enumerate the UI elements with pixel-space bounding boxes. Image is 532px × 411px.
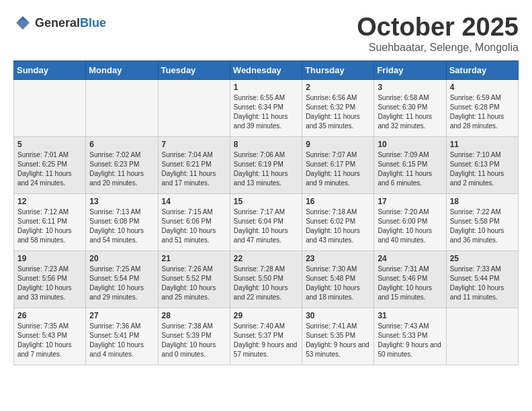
day-number: 1 (234, 83, 298, 92)
day-info: Sunrise: 7:28 AM Sunset: 5:50 PM Dayligh… (234, 265, 298, 302)
calendar-cell: 17Sunrise: 7:20 AM Sunset: 6:00 PM Dayli… (374, 193, 446, 250)
day-info: Sunrise: 7:41 AM Sunset: 5:35 PM Dayligh… (306, 322, 370, 359)
calendar-cell: 9Sunrise: 7:07 AM Sunset: 6:17 PM Daylig… (302, 136, 374, 193)
day-number: 15 (234, 197, 298, 206)
day-number: 29 (234, 311, 298, 320)
day-number: 16 (306, 197, 370, 206)
logo-text-general: General (35, 16, 80, 30)
day-info: Sunrise: 7:13 AM Sunset: 6:08 PM Dayligh… (89, 208, 154, 245)
week-row-4: 19Sunrise: 7:23 AM Sunset: 5:56 PM Dayli… (14, 250, 519, 308)
day-number: 13 (89, 197, 154, 206)
day-number: 8 (234, 140, 298, 149)
day-info: Sunrise: 7:30 AM Sunset: 5:48 PM Dayligh… (306, 265, 370, 302)
calendar-cell: 3Sunrise: 6:58 AM Sunset: 6:30 PM Daylig… (374, 79, 446, 136)
calendar-cell: 24Sunrise: 7:31 AM Sunset: 5:46 PM Dayli… (374, 250, 446, 308)
day-number: 12 (17, 197, 82, 206)
day-info: Sunrise: 7:36 AM Sunset: 5:41 PM Dayligh… (89, 322, 154, 359)
day-info: Sunrise: 6:58 AM Sunset: 6:30 PM Dayligh… (378, 93, 442, 131)
calendar-cell: 18Sunrise: 7:22 AM Sunset: 5:58 PM Dayli… (446, 193, 518, 250)
week-row-2: 5Sunrise: 7:01 AM Sunset: 6:25 PM Daylig… (14, 136, 519, 193)
calendar-cell: 13Sunrise: 7:13 AM Sunset: 6:08 PM Dayli… (86, 193, 158, 250)
day-info: Sunrise: 7:17 AM Sunset: 6:04 PM Dayligh… (234, 208, 298, 245)
calendar-cell: 1Sunrise: 6:55 AM Sunset: 6:34 PM Daylig… (230, 79, 302, 136)
calendar-cell: 8Sunrise: 7:06 AM Sunset: 6:19 PM Daylig… (230, 136, 302, 193)
day-number: 20 (89, 254, 154, 263)
day-number: 5 (17, 140, 82, 149)
day-info: Sunrise: 7:09 AM Sunset: 6:15 PM Dayligh… (378, 150, 442, 188)
day-info: Sunrise: 7:15 AM Sunset: 6:06 PM Dayligh… (162, 208, 226, 245)
day-number: 22 (234, 254, 298, 263)
calendar-cell: 16Sunrise: 7:18 AM Sunset: 6:02 PM Dayli… (302, 193, 374, 250)
header-cell-monday: Monday (86, 60, 158, 79)
header-row: SundayMondayTuesdayWednesdayThursdayFrid… (14, 60, 519, 79)
calendar-table: SundayMondayTuesdayWednesdayThursdayFrid… (13, 60, 519, 365)
title-block: October 2025 Suehbaatar, Selenge, Mongol… (357, 13, 519, 54)
day-info: Sunrise: 7:43 AM Sunset: 5:33 PM Dayligh… (378, 322, 442, 359)
day-info: Sunrise: 7:02 AM Sunset: 6:23 PM Dayligh… (89, 150, 154, 188)
page-header: GeneralBlue October 2025 Suehbaatar, Sel… (13, 13, 519, 54)
calendar-cell: 28Sunrise: 7:38 AM Sunset: 5:39 PM Dayli… (158, 308, 230, 365)
calendar-cell: 5Sunrise: 7:01 AM Sunset: 6:25 PM Daylig… (14, 136, 86, 193)
calendar-header: SundayMondayTuesdayWednesdayThursdayFrid… (14, 60, 519, 79)
calendar-cell: 7Sunrise: 7:04 AM Sunset: 6:21 PM Daylig… (158, 136, 230, 193)
day-number: 7 (162, 140, 226, 149)
day-number: 26 (17, 311, 82, 320)
day-info: Sunrise: 7:10 AM Sunset: 6:13 PM Dayligh… (450, 150, 515, 188)
day-info: Sunrise: 7:12 AM Sunset: 6:11 PM Dayligh… (17, 208, 82, 245)
month-title: October 2025 (357, 13, 519, 42)
logo-text-blue: Blue (80, 16, 106, 30)
calendar-cell (158, 79, 230, 136)
header-cell-saturday: Saturday (446, 60, 518, 79)
day-number: 9 (306, 140, 370, 149)
day-number: 3 (378, 83, 442, 92)
calendar-cell: 25Sunrise: 7:33 AM Sunset: 5:44 PM Dayli… (446, 250, 518, 308)
header-cell-friday: Friday (374, 60, 446, 79)
day-number: 6 (89, 140, 154, 149)
day-info: Sunrise: 7:38 AM Sunset: 5:39 PM Dayligh… (162, 322, 226, 359)
header-cell-tuesday: Tuesday (158, 60, 230, 79)
day-number: 19 (17, 254, 82, 263)
day-info: Sunrise: 7:18 AM Sunset: 6:02 PM Dayligh… (306, 208, 370, 245)
day-info: Sunrise: 7:07 AM Sunset: 6:17 PM Dayligh… (306, 150, 370, 188)
calendar-cell: 21Sunrise: 7:26 AM Sunset: 5:52 PM Dayli… (158, 250, 230, 308)
calendar-cell: 22Sunrise: 7:28 AM Sunset: 5:50 PM Dayli… (230, 250, 302, 308)
day-number: 4 (450, 83, 515, 92)
location-title: Suehbaatar, Selenge, Mongolia (357, 42, 519, 54)
calendar-cell: 10Sunrise: 7:09 AM Sunset: 6:15 PM Dayli… (374, 136, 446, 193)
calendar-cell: 15Sunrise: 7:17 AM Sunset: 6:04 PM Dayli… (230, 193, 302, 250)
day-info: Sunrise: 7:23 AM Sunset: 5:56 PM Dayligh… (17, 265, 82, 302)
day-info: Sunrise: 6:55 AM Sunset: 6:34 PM Dayligh… (234, 93, 298, 131)
calendar-cell: 11Sunrise: 7:10 AM Sunset: 6:13 PM Dayli… (446, 136, 518, 193)
calendar-cell (14, 79, 86, 136)
day-info: Sunrise: 7:01 AM Sunset: 6:25 PM Dayligh… (17, 150, 82, 188)
day-number: 25 (450, 254, 515, 263)
calendar-cell: 2Sunrise: 6:56 AM Sunset: 6:32 PM Daylig… (302, 79, 374, 136)
week-row-3: 12Sunrise: 7:12 AM Sunset: 6:11 PM Dayli… (14, 193, 519, 250)
day-info: Sunrise: 7:25 AM Sunset: 5:54 PM Dayligh… (89, 265, 154, 302)
calendar-cell (86, 79, 158, 136)
day-number: 27 (89, 311, 154, 320)
day-info: Sunrise: 7:26 AM Sunset: 5:52 PM Dayligh… (162, 265, 226, 302)
day-number: 2 (306, 83, 370, 92)
day-number: 23 (306, 254, 370, 263)
calendar-cell: 29Sunrise: 7:40 AM Sunset: 5:37 PM Dayli… (230, 308, 302, 365)
calendar-cell: 27Sunrise: 7:36 AM Sunset: 5:41 PM Dayli… (86, 308, 158, 365)
day-info: Sunrise: 7:20 AM Sunset: 6:00 PM Dayligh… (378, 208, 442, 245)
day-number: 14 (162, 197, 226, 206)
week-row-5: 26Sunrise: 7:35 AM Sunset: 5:43 PM Dayli… (14, 308, 519, 365)
day-info: Sunrise: 6:56 AM Sunset: 6:32 PM Dayligh… (306, 93, 370, 131)
day-number: 17 (378, 197, 442, 206)
day-number: 31 (378, 311, 442, 320)
day-info: Sunrise: 7:40 AM Sunset: 5:37 PM Dayligh… (234, 322, 298, 359)
day-number: 10 (378, 140, 442, 149)
logo: GeneralBlue (13, 13, 106, 32)
header-cell-wednesday: Wednesday (230, 60, 302, 79)
logo-icon (13, 13, 32, 32)
day-number: 28 (162, 311, 226, 320)
day-info: Sunrise: 7:06 AM Sunset: 6:19 PM Dayligh… (234, 150, 298, 188)
calendar-cell: 20Sunrise: 7:25 AM Sunset: 5:54 PM Dayli… (86, 250, 158, 308)
calendar-cell (446, 308, 518, 365)
day-number: 24 (378, 254, 442, 263)
day-info: Sunrise: 7:31 AM Sunset: 5:46 PM Dayligh… (378, 265, 442, 302)
calendar-cell: 19Sunrise: 7:23 AM Sunset: 5:56 PM Dayli… (14, 250, 86, 308)
